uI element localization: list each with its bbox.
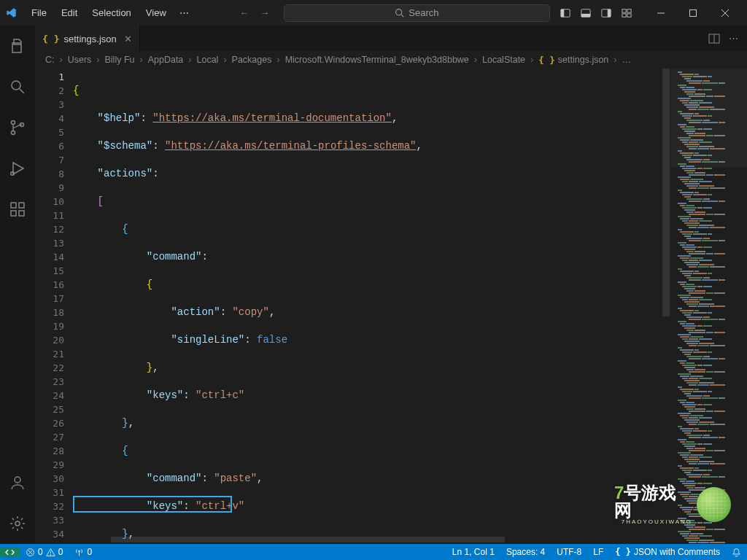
breadcrumb[interactable]: C:: [45, 55, 55, 65]
split-editor-icon[interactable]: [708, 33, 720, 44]
breadcrumbs[interactable]: C:› Users› Billy Fu› AppData› Local› Pac…: [35, 51, 747, 69]
svg-rect-9: [627, 9, 631, 12]
breadcrumb[interactable]: Users: [68, 55, 92, 65]
braces-icon: { }: [615, 547, 631, 557]
warning-icon: [46, 548, 55, 557]
activity-source-control[interactable]: [0, 113, 35, 142]
svg-rect-3: [561, 9, 564, 17]
line-numbers: 12345 678910 1112131415 1617181920 21222…: [35, 69, 73, 544]
scrollbar-vertical[interactable]: [661, 69, 671, 544]
breadcrumb[interactable]: …: [622, 55, 631, 65]
breadcrumb[interactable]: AppData: [148, 55, 184, 65]
svg-point-19: [12, 131, 15, 135]
menu-overflow[interactable]: ⋯: [175, 4, 193, 21]
tab-label: settings.json: [63, 34, 116, 44]
status-language-mode[interactable]: { } JSON with Comments: [609, 547, 726, 557]
editor[interactable]: 12345 678910 1112131415 1617181920 21222…: [35, 69, 747, 544]
activity-run-debug[interactable]: [0, 154, 35, 183]
window-minimize-button[interactable]: [645, 0, 677, 26]
svg-point-16: [12, 81, 20, 90]
menu-selection[interactable]: Selection: [86, 4, 136, 21]
svg-rect-5: [581, 13, 590, 16]
layout-bottom-icon[interactable]: [581, 8, 591, 18]
search-icon: [395, 8, 404, 18]
breadcrumb[interactable]: Microsoft.WindowsTerminal_8wekyb3d8bbwe: [285, 55, 469, 65]
status-problems[interactable]: 0 0: [20, 547, 69, 557]
breadcrumb[interactable]: LocalState: [482, 55, 525, 65]
search-placeholder: Search: [409, 7, 438, 18]
nav-forward-button[interactable]: →: [256, 5, 274, 20]
activity-extensions[interactable]: [0, 195, 35, 224]
title-bar: File Edit Selection View ⋯ ← → Search: [0, 0, 747, 26]
svg-point-21: [11, 172, 15, 176]
minimap-viewport[interactable]: [671, 69, 747, 167]
breadcrumb[interactable]: Local: [196, 55, 218, 65]
svg-rect-10: [622, 13, 626, 16]
radio-tower-icon: [74, 548, 84, 557]
window-maximize-button[interactable]: [677, 0, 709, 26]
remote-indicator[interactable]: [0, 548, 20, 557]
breadcrumb[interactable]: Packages: [232, 55, 272, 65]
scrollbar-horizontal[interactable]: [111, 537, 585, 544]
vscode-logo-icon: [6, 7, 17, 18]
menu-edit[interactable]: Edit: [55, 4, 83, 21]
activity-settings[interactable]: [0, 509, 35, 538]
json-file-icon: { }: [538, 55, 555, 66]
window-close-button[interactable]: [709, 0, 741, 26]
svg-rect-8: [622, 9, 626, 12]
tab-more-actions[interactable]: ⋯: [729, 33, 738, 44]
status-encoding[interactable]: UTF-8: [551, 547, 587, 557]
activity-bar: [0, 26, 35, 544]
activity-accounts[interactable]: [0, 468, 35, 497]
layout-left-icon[interactable]: [560, 8, 570, 18]
layout-customize-icon[interactable]: [622, 8, 632, 18]
svg-rect-22: [11, 203, 16, 208]
status-indentation[interactable]: Spaces: 4: [500, 547, 551, 557]
svg-rect-24: [19, 211, 24, 216]
breadcrumb[interactable]: settings.json: [558, 55, 608, 65]
status-bar: 0 0 0 Ln 1, Col 1 Spaces: 4 UTF-8 LF { }…: [0, 544, 747, 560]
status-notifications[interactable]: [726, 548, 747, 557]
remote-icon: [5, 548, 15, 557]
svg-point-27: [15, 521, 20, 526]
svg-point-34: [50, 554, 51, 555]
minimap[interactable]: // This inline script just draws decorat…: [671, 69, 747, 544]
command-center-search[interactable]: Search: [284, 4, 550, 22]
json-file-icon: { }: [42, 34, 59, 44]
svg-rect-23: [11, 211, 16, 216]
tab-settings-json[interactable]: { } settings.json ✕: [35, 26, 140, 51]
svg-rect-13: [690, 9, 697, 16]
svg-rect-7: [608, 9, 611, 17]
editor-tabs: { } settings.json ✕ ⋯: [35, 26, 747, 51]
menu-view[interactable]: View: [140, 4, 172, 21]
breadcrumb[interactable]: Billy Fu: [105, 55, 135, 65]
svg-rect-11: [627, 13, 631, 16]
bell-icon: [732, 548, 741, 557]
status-eol[interactable]: LF: [587, 547, 609, 557]
activity-explorer[interactable]: [0, 31, 35, 61]
svg-point-26: [15, 477, 20, 483]
code-content[interactable]: { "$help": "https://aka.ms/terminal-docu…: [73, 69, 671, 544]
activity-search[interactable]: [0, 72, 35, 101]
svg-point-18: [12, 121, 15, 125]
status-cursor-position[interactable]: Ln 1, Col 1: [446, 547, 500, 557]
nav-back-button[interactable]: ←: [236, 5, 253, 20]
tab-close-button[interactable]: ✕: [124, 34, 132, 44]
svg-line-1: [401, 15, 403, 17]
menu-file[interactable]: File: [26, 4, 53, 21]
svg-rect-25: [19, 203, 24, 208]
layout-right-icon[interactable]: [601, 8, 611, 18]
svg-line-17: [20, 89, 24, 93]
svg-point-0: [396, 9, 402, 15]
error-icon: [26, 548, 35, 557]
status-ports[interactable]: 0: [69, 547, 98, 557]
